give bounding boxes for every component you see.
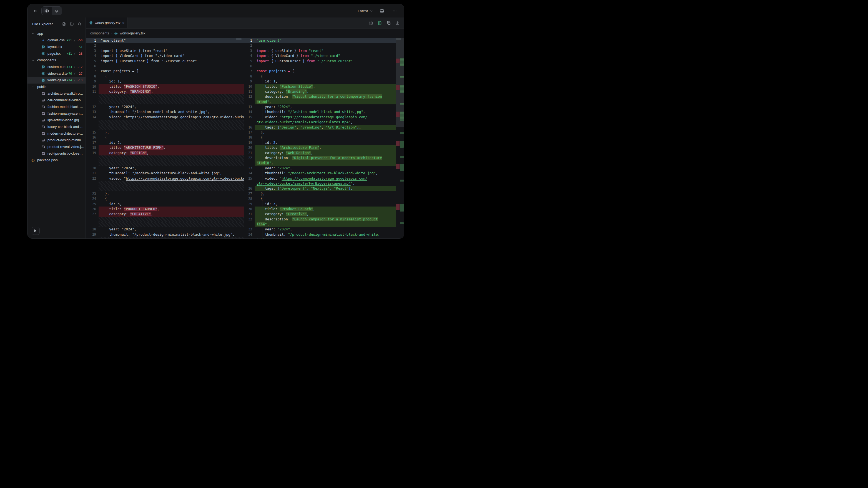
file-row-luxury-car-black-and-[interactable]: luxury-car-black-and-…: [28, 124, 86, 130]
image-file-icon: [41, 138, 45, 142]
file-row-lips-artistic-video.jpg[interactable]: lips-artistic-video.jpg: [28, 117, 86, 124]
code-line: 31 category: "Creative",: [244, 212, 396, 217]
close-tab-icon[interactable]: ×: [122, 21, 124, 25]
image-file-icon: [41, 92, 45, 96]
tab-strip: works-gallery.tsx ×: [86, 18, 404, 29]
code-line: 15 },: [86, 130, 244, 135]
line-number: 29: [244, 201, 255, 206]
code-text: thumbnail: "/modern-architecture-black-a…: [255, 171, 396, 176]
file-row-fashion-runway-scen-[interactable]: fashion-runway-scen…: [28, 110, 86, 117]
line-number: 23: [86, 191, 99, 196]
line-number: 6: [244, 64, 255, 69]
code-line: 23 year: "2024",: [244, 166, 396, 171]
line-number: 8: [86, 74, 99, 79]
file-icon-slot: {}: [31, 158, 35, 162]
file-diff-icon[interactable]: [378, 21, 382, 25]
new-folder-icon[interactable]: [70, 22, 74, 26]
code-text: title: "ARCHITECTURE FIRM",: [99, 145, 244, 150]
image-file-icon: [41, 105, 45, 109]
line-number: 25: [244, 176, 255, 181]
scrollbar-thumb[interactable]: [236, 39, 242, 39]
split-panel-icon[interactable]: [369, 21, 373, 25]
file-row-page.tsx[interactable]: page.tsx+81 / -28: [28, 50, 86, 57]
file-row-red-lips-artistic-close-[interactable]: red-lips-artistic-close…: [28, 150, 86, 157]
search-icon[interactable]: [78, 22, 82, 26]
line-number: 11: [86, 89, 99, 94]
code-line: 2: [86, 43, 244, 48]
preview-toggle-button[interactable]: [42, 6, 52, 15]
line-number: 20: [244, 145, 255, 150]
code-line: 10 title: "FASHION STUDIO",: [86, 84, 244, 89]
diff-pane-old: 1"use client"23import { useState } from …: [86, 38, 244, 238]
code-text: category: "CREATIVE",: [99, 212, 244, 217]
version-dropdown[interactable]: Latest: [358, 9, 373, 13]
line-number: 13: [244, 104, 255, 109]
more-options-button[interactable]: [391, 7, 399, 15]
code-line: 13 year: "2024",: [244, 104, 396, 109]
minimap-mark-del: [396, 164, 400, 169]
file-row-custom-curs-[interactable]: custom-curs…+33 / -12: [28, 64, 86, 70]
code-toggle-button[interactable]: [52, 6, 62, 15]
line-number: 11: [244, 89, 255, 94]
folder-row-public[interactable]: public: [28, 84, 86, 90]
code-text: [99, 186, 244, 191]
chevron-down-icon: [31, 32, 35, 35]
folder-row-app[interactable]: app: [28, 30, 86, 37]
editor-toolbar: [369, 18, 404, 28]
file-row-product-reveal-video.j-[interactable]: product-reveal-video.j…: [28, 143, 86, 150]
copy-icon[interactable]: [386, 21, 391, 25]
line-number: [86, 160, 99, 165]
version-label: Latest: [358, 9, 368, 13]
line-number: [244, 181, 255, 186]
code-line: 7const projects = [: [86, 69, 244, 73]
file-row-works-galler-[interactable]: works-galler…+24 / -13: [28, 77, 86, 84]
folder-row-components[interactable]: components: [28, 57, 86, 64]
diff-stats: +51: [77, 45, 86, 48]
tab-works-gallery[interactable]: works-gallery.tsx ×: [86, 18, 127, 28]
file-icon-slot: [41, 51, 45, 56]
code-text: import { VideoCard } from "./video-card": [99, 53, 244, 58]
code-text: tags: ["Development", "Next.js", "React"…: [255, 186, 396, 191]
line-number: 1: [244, 38, 255, 43]
scrollbar-thumb[interactable]: [396, 39, 401, 39]
diff-gap-row: [86, 217, 244, 222]
collapse-sidebar-button[interactable]: [32, 227, 40, 235]
diff-gap-row: [86, 237, 244, 238]
minimap-mark-add: [400, 85, 404, 93]
new-file-icon[interactable]: [62, 22, 66, 26]
file-row-modern-architecture-[interactable]: modern-architecture-…: [28, 130, 86, 137]
file-name: lips-artistic-video.jpg: [48, 118, 79, 122]
chevrons-left-button[interactable]: [31, 7, 39, 15]
file-row-architecture-walkthro-[interactable]: architecture-walkthro…: [28, 90, 86, 97]
file-name: architecture-walkthro…: [48, 92, 83, 96]
code-line: 11 category: "Branding",: [244, 89, 396, 94]
file-row-fashion-model-black-[interactable]: fashion-model-black-…: [28, 103, 86, 110]
code-text: title: "Fashion Studio",: [255, 84, 396, 89]
code-line: studio",: [244, 160, 396, 165]
file-row-video-card.tsx[interactable]: video-card.tsx+76 / -27: [28, 70, 86, 77]
react-file-icon: [41, 78, 45, 82]
code-text: import { useState } from "react": [255, 48, 396, 53]
line-number: 3: [86, 48, 99, 53]
minimap-mark-add: [400, 111, 404, 121]
file-row-globals.css[interactable]: #globals.css+51 / -50: [28, 37, 86, 43]
line-number: 25: [86, 201, 99, 206]
code-text: category: "Branding",: [255, 89, 396, 94]
line-number: 4: [244, 53, 255, 58]
code-text: [99, 181, 244, 186]
file-row-car-commercial-video-[interactable]: car-commercial-video…: [28, 97, 86, 103]
file-row-layout.tsx[interactable]: layout.tsx+51: [28, 43, 86, 50]
file-icon-slot: [41, 45, 45, 49]
code-line: gtv-videos-bucket/sample/ForBiggerEscape…: [244, 181, 396, 186]
breadcrumb-folder[interactable]: components: [90, 31, 109, 35]
download-icon[interactable]: [395, 21, 400, 25]
file-row-product-design-minim-[interactable]: product-design-minim…: [28, 137, 86, 143]
panel-layout-button[interactable]: [378, 7, 386, 15]
line-number: 12: [86, 104, 99, 109]
line-number: 8: [244, 74, 255, 79]
file-name: page.tsx: [48, 52, 61, 56]
line-number: [244, 160, 255, 165]
code-line: 18 {: [244, 135, 396, 140]
code-line: 6: [86, 64, 244, 69]
file-row-package.json[interactable]: {}package.json: [28, 157, 86, 163]
